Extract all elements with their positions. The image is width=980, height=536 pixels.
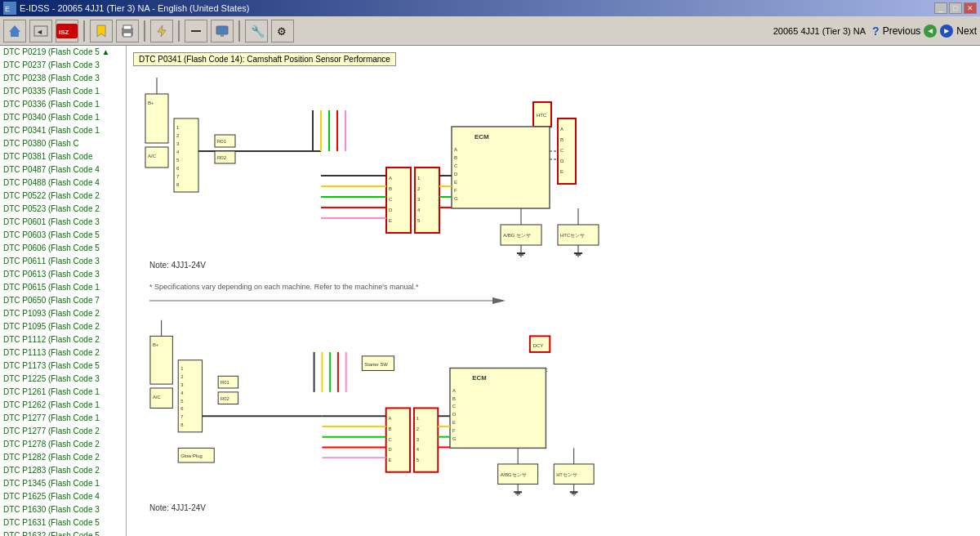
titlebar: E E-IDSS - 20065 4JJ1 (Tier 3) NA - Engl… [0, 0, 980, 16]
sidebar-item-11[interactable]: DTC P0522 (Flash Code 2 [0, 190, 126, 203]
svg-rect-12 [191, 30, 201, 32]
sidebar-item-0[interactable]: DTC P0219 (Flash Code 5 ▲ [0, 46, 126, 59]
svg-text:A: A [454, 147, 457, 152]
sidebar-item-14[interactable]: DTC P0603 (Flash Code 5 [0, 229, 126, 242]
svg-text:D: D [454, 172, 458, 176]
sidebar-item-2[interactable]: DTC P0238 (Flash Code 3 [0, 72, 126, 85]
sidebar-item-7[interactable]: DTC P0380 (Flash C [0, 137, 126, 150]
sidebar-item-20[interactable]: DTC P1093 (Flash Code 2 [0, 307, 126, 320]
svg-text:D: D [452, 412, 456, 417]
svg-text:🔧: 🔧 [251, 25, 264, 38]
help-icon[interactable]: ? [872, 25, 880, 38]
svg-text:B: B [560, 137, 564, 142]
monitor-button[interactable] [211, 20, 234, 42]
svg-text:1: 1 [416, 416, 419, 421]
svg-text:B+: B+ [153, 342, 159, 347]
sidebar-item-17[interactable]: DTC P0613 (Flash Code 3 [0, 268, 126, 281]
sidebar-item-27[interactable]: DTC P1262 (Flash Code 1 [0, 399, 126, 412]
svg-text:C: C [454, 163, 458, 168]
sidebar-item-34[interactable]: DTC P1625 (Flash Code 4 [0, 490, 126, 503]
sidebar-item-15[interactable]: DTC P0606 (Flash Code 5 [0, 242, 126, 255]
svg-marker-2 [9, 25, 20, 37]
sidebar-item-33[interactable]: DTC P1345 (Flash Code 1 [0, 477, 126, 490]
sidebar-item-4[interactable]: DTC P0336 (Flash Code 1 [0, 98, 126, 111]
previous-button[interactable]: Previous [883, 25, 921, 37]
previous-nav-circle[interactable]: ◄ [924, 25, 937, 38]
svg-text:F: F [454, 188, 457, 193]
next-button[interactable]: Next [956, 25, 977, 37]
sidebar-item-24[interactable]: DTC P1173 (Flash Code 5 [0, 360, 126, 373]
sidebar-item-9[interactable]: DTC P0487 (Flash Code 4 [0, 163, 126, 176]
minus-button[interactable] [185, 20, 207, 42]
tools-button[interactable]: 🔧 [245, 20, 268, 42]
sidebar-item-30[interactable]: DTC P1278 (Flash Code 2 [0, 438, 126, 451]
sidebar-item-5[interactable]: DTC P0340 (Flash Code 1 [0, 111, 126, 124]
sidebar-item-8[interactable]: DTC P0381 (Flash Code [0, 150, 126, 163]
svg-rect-9 [123, 25, 131, 29]
svg-rect-13 [216, 26, 228, 34]
svg-text:B: B [454, 155, 457, 160]
wrench-button[interactable]: ⚙ [271, 20, 294, 42]
maximize-button[interactable]: □ [949, 2, 962, 14]
lightning-button[interactable] [150, 20, 173, 42]
sidebar-item-18[interactable]: DTC P0615 (Flash Code 1 [0, 281, 126, 294]
sidebar-item-19[interactable]: DTC P0650 (Flash Code 7 [0, 294, 126, 307]
svg-text:6: 6 [180, 406, 183, 411]
diagram1-note: Note: 4JJ1-24V [149, 261, 973, 270]
svg-text:E: E [560, 169, 564, 174]
sidebar-item-35[interactable]: DTC P1630 (Flash Code 3 [0, 503, 126, 516]
back-button[interactable]: ◄ [29, 20, 52, 42]
svg-text:R01: R01 [217, 139, 227, 144]
svg-text:3: 3 [416, 437, 419, 442]
svg-text:F: F [452, 428, 456, 433]
sidebar-item-12[interactable]: DTC P0523 (Flash Code 2 [0, 203, 126, 216]
minimize-button[interactable]: _ [934, 2, 947, 14]
sidebar-item-28[interactable]: DTC P1277 (Flash Code 1 [0, 412, 126, 425]
separator2 [144, 20, 145, 42]
sidebar-item-23[interactable]: DTC P1113 (Flash Code 2 [0, 346, 126, 360]
svg-text:HTCセンサ: HTCセンサ [560, 233, 585, 238]
svg-marker-7 [97, 25, 105, 37]
bookmark-button[interactable] [90, 20, 113, 42]
svg-text:E: E [454, 180, 457, 185]
diagram-title-1: DTC P0341 (Flash Code 14): Camshaft Posi… [133, 52, 396, 66]
app-icon: E [3, 2, 16, 15]
svg-text:E: E [389, 458, 392, 462]
svg-text:Glow Plug: Glow Plug [180, 453, 203, 458]
sidebar-item-10[interactable]: DTC P0488 (Flash Code 4 [0, 176, 126, 190]
svg-text:R01: R01 [220, 380, 229, 385]
sidebar-item-1[interactable]: DTC P0237 (Flash Code 3 [0, 59, 126, 72]
svg-text:◄: ◄ [36, 28, 43, 36]
sidebar-item-36[interactable]: DTC P1631 (Flash Code 5 [0, 516, 126, 529]
svg-text:A/BGセンサ: A/BGセンサ [501, 472, 527, 477]
sidebar-item-31[interactable]: DTC P1282 (Flash Code 2 [0, 451, 126, 464]
sidebar-item-6[interactable]: DTC P0341 (Flash Code 1 [0, 124, 126, 137]
sidebar-item-37[interactable]: DTC P1632 (Flash Code 5 [0, 529, 126, 536]
svg-text:B: B [452, 396, 456, 401]
next-nav-circle[interactable]: ► [940, 25, 953, 38]
svg-text:A: A [452, 388, 456, 393]
main-layout: DTC P0219 (Flash Code 5 ▲ DTC P0237 (Fla… [0, 46, 980, 536]
diagram-section-2: B+ A/C Starter SW 1 2 3 4 5 6 [133, 312, 973, 512]
home-button[interactable] [3, 20, 26, 42]
sidebar: DTC P0219 (Flash Code 5 ▲ DTC P0237 (Fla… [0, 46, 127, 536]
sidebar-item-13[interactable]: DTC P0601 (Flash Code 3 [0, 216, 126, 229]
svg-rect-10 [123, 33, 131, 37]
sidebar-item-26[interactable]: DTC P1261 (Flash Code 1 [0, 386, 126, 399]
diagram2-note: Note: 4JJ1-24V [149, 503, 973, 512]
close-button[interactable]: ✕ [964, 2, 977, 14]
sidebar-item-32[interactable]: DTC P1283 (Flash Code 2 [0, 464, 126, 477]
content-area: DTC P0341 (Flash Code 14): Camshaft Posi… [127, 46, 980, 536]
svg-text:DCY: DCY [533, 343, 543, 348]
sidebar-item-29[interactable]: DTC P1277 (Flash Code 2 [0, 425, 126, 438]
sidebar-item-21[interactable]: DTC P1095 (Flash Code 2 [0, 320, 126, 333]
print-button[interactable] [116, 20, 139, 42]
svg-text:3: 3 [180, 382, 183, 387]
sidebar-item-25[interactable]: DTC P1225 (Flash Code 3 [0, 373, 126, 386]
svg-rect-14 [220, 34, 224, 37]
sidebar-item-3[interactable]: DTC P0335 (Flash Code 1 [0, 85, 126, 98]
sidebar-item-16[interactable]: DTC P0611 (Flash Code 3 [0, 255, 126, 268]
svg-marker-11 [158, 25, 166, 37]
sidebar-item-22[interactable]: DTC P1112 (Flash Code 2 [0, 333, 126, 346]
toolbar: ◄ ISZ 🔧 ⚙ 20065 4JJ1 (Tier 3) NA ? Previ… [0, 16, 980, 46]
